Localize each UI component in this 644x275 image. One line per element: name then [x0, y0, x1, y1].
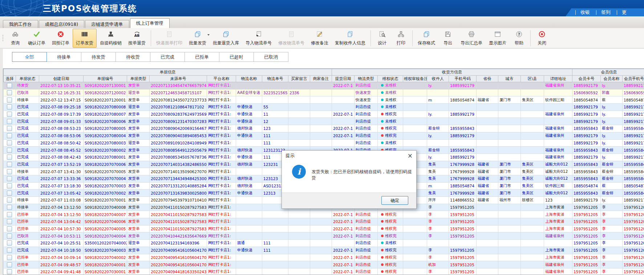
row-checkbox[interactable]: [7, 169, 12, 174]
row-checkbox[interactable]: [7, 176, 12, 181]
column-header[interactable]: 维权状态: [378, 76, 403, 82]
confirm-order-button[interactable]: 确认订单: [25, 29, 49, 48]
batch-return-inbound-button[interactable]: 批量退货入库: [210, 29, 242, 48]
column-header[interactable]: 区\县: [521, 76, 544, 82]
row-checkbox[interactable]: [7, 255, 12, 260]
column-header[interactable]: 提货日期: [332, 76, 355, 82]
export-summary-button[interactable]: 导出汇总单: [457, 29, 486, 48]
export-button[interactable]: 导出: [438, 29, 457, 48]
table-row[interactable]: 已完成2022-07-08 09:17:39S0918202207080007发…: [4, 111, 644, 118]
row-checkbox[interactable]: [7, 191, 12, 196]
row-checkbox[interactable]: [7, 226, 12, 231]
column-header[interactable]: 选择: [4, 76, 16, 82]
window-tab[interactable]: 线上订单管理: [130, 18, 170, 28]
table-row[interactable]: 已完成2022-07-04 10:25:51S35001202207040002…: [4, 240, 644, 247]
ok-button[interactable]: 确定: [381, 196, 408, 205]
table-row[interactable]: 待发货2022-07-13 10:35:21S0918202207130001发…: [4, 82, 644, 89]
column-header[interactable]: 平台名称: [207, 76, 236, 82]
toolbar-grip-handle[interactable]: [1, 32, 4, 44]
column-header[interactable]: 买家留言: [288, 76, 310, 82]
copy-recipient-button[interactable]: 复制收件人信息: [332, 29, 369, 48]
table-row[interactable]: 已拒单2022-07-04 09:48:57S0918202207040001发…: [4, 261, 644, 268]
table-row[interactable]: 已完成2022-07-04 10:18:50S0918202207040003发…: [4, 247, 644, 254]
pickup-code-verify-button[interactable]: 自提码核销: [97, 29, 125, 48]
row-checkbox[interactable]: [7, 219, 12, 224]
window-tab[interactable]: 成都总店(0918): [39, 20, 85, 28]
table-row[interactable]: 已完成2022-07-08 08:53:23S0918202207080005发…: [4, 125, 644, 132]
quick-link[interactable]: 更: [622, 9, 627, 16]
import-tracking-button[interactable]: 导入物流单号: [242, 29, 275, 48]
row-checkbox[interactable]: [7, 240, 12, 246]
status-filter-tab[interactable]: 待发货: [81, 52, 116, 62]
row-checkbox[interactable]: [7, 90, 12, 95]
column-header[interactable]: 详细地址: [544, 76, 572, 82]
design-button[interactable]: 设计: [373, 29, 392, 48]
table-row[interactable]: 已拒单2022-07-04 09:41:48S0918202207030001发…: [4, 268, 644, 275]
print-button[interactable]: 打印: [392, 29, 410, 48]
help-button[interactable]: ?帮助: [510, 29, 528, 48]
table-row[interactable]: 已拒单2022-07-04 13:12:50S0918202207040007发…: [4, 211, 644, 218]
column-header[interactable]: 会员卡号: [572, 76, 601, 82]
window-tab[interactable]: 我的工作台: [3, 20, 38, 28]
status-filter-tab[interactable]: 已超时: [219, 52, 254, 62]
column-header[interactable]: 创建日期: [39, 76, 84, 82]
column-header[interactable]: 单据编号: [84, 76, 127, 82]
save-format-button[interactable]: 保存格式: [414, 29, 438, 48]
row-checkbox[interactable]: [7, 119, 12, 124]
column-header[interactable]: 物流类型: [355, 76, 378, 82]
table-row[interactable]: 已完成2022-07-08 09:01:33S0918202207080006发…: [4, 118, 644, 125]
column-header[interactable]: 收件人: [427, 76, 449, 82]
reject-order-button[interactable]: 回拒订单: [49, 29, 73, 48]
row-checkbox[interactable]: [7, 133, 12, 138]
column-header[interactable]: 城市: [498, 76, 521, 82]
column-header[interactable]: 物流名称: [236, 76, 262, 82]
table-row[interactable]: 已完成2022-07-08 08:53:06S0918202207080004发…: [4, 132, 644, 139]
status-filter-tab[interactable]: 已拒单: [185, 52, 219, 62]
row-checkbox[interactable]: [7, 112, 12, 117]
close-icon[interactable]: ×: [408, 153, 413, 159]
order-ship-button[interactable]: 订单发货: [73, 29, 97, 48]
window-tab[interactable]: 店铺退货申请单: [85, 20, 129, 28]
column-header[interactable]: 来源单号: [150, 76, 207, 82]
column-header[interactable]: 单据状态: [16, 76, 39, 82]
row-checkbox[interactable]: [7, 269, 12, 274]
table-row[interactable]: 已拒单2022-07-04 13:04:42S0918202207040006发…: [4, 218, 644, 226]
status-filter-tab[interactable]: 待接单: [46, 52, 81, 62]
batch-ship-button[interactable]: 批量发货: [186, 29, 210, 48]
row-checkbox[interactable]: [7, 234, 12, 239]
table-row[interactable]: 已拒单2022-07-04 10:09:14S0918202207040002发…: [4, 254, 644, 261]
row-checkbox[interactable]: [7, 97, 12, 103]
status-filter-tab[interactable]: 全部: [12, 52, 47, 62]
table-row[interactable]: 已拒单2022-07-04 10:57:30S0918202207040005发…: [4, 225, 644, 232]
row-checkbox[interactable]: [7, 140, 12, 146]
row-checkbox[interactable]: [7, 104, 12, 109]
column-header[interactable]: 省份: [477, 76, 498, 82]
table-row[interactable]: 已取消2022-07-04 10:53:11S0918202207040004发…: [4, 232, 644, 240]
status-filter-tab[interactable]: 已完成: [150, 52, 185, 62]
table-row[interactable]: 待接单2022-07-12 13:47:15S0918202207120001发…: [4, 96, 644, 104]
row-checkbox[interactable]: [7, 212, 12, 217]
column-header[interactable]: 维权审核备注: [403, 76, 427, 82]
column-header[interactable]: 商家备注: [310, 76, 332, 82]
show-image-button[interactable]: 显示图片: [486, 29, 510, 48]
row-checkbox[interactable]: [7, 248, 12, 253]
row-checkbox[interactable]: [7, 83, 12, 88]
close-button[interactable]: 关闭: [532, 29, 551, 48]
table-row[interactable]: 已完成2022-07-08 09:25:18S0918202207080008退…: [4, 104, 644, 111]
row-checkbox[interactable]: [7, 148, 12, 153]
row-checkbox[interactable]: [7, 155, 12, 160]
query-button[interactable]: 查询: [6, 29, 25, 48]
row-checkbox[interactable]: [7, 162, 12, 167]
return-by-order-button[interactable]: AB按单退货: [125, 29, 149, 48]
table-row[interactable]: 已完成2022-07-08 08:50:42S0918202207080003退…: [4, 139, 644, 147]
row-checkbox[interactable]: [7, 183, 12, 188]
row-checkbox[interactable]: [7, 262, 12, 267]
column-header[interactable]: 物流单号: [262, 76, 288, 82]
quick-link[interactable]: 收银: [580, 9, 590, 16]
column-header[interactable]: 单据类型: [127, 76, 150, 82]
row-checkbox[interactable]: [7, 126, 12, 131]
row-checkbox[interactable]: [7, 205, 12, 210]
column-header[interactable]: 手机号码: [449, 76, 477, 82]
edit-note-button[interactable]: 修改备注: [308, 29, 332, 48]
table-row[interactable]: 已取消2022-07-12 16:25:31S0918202207120002退…: [4, 89, 644, 96]
